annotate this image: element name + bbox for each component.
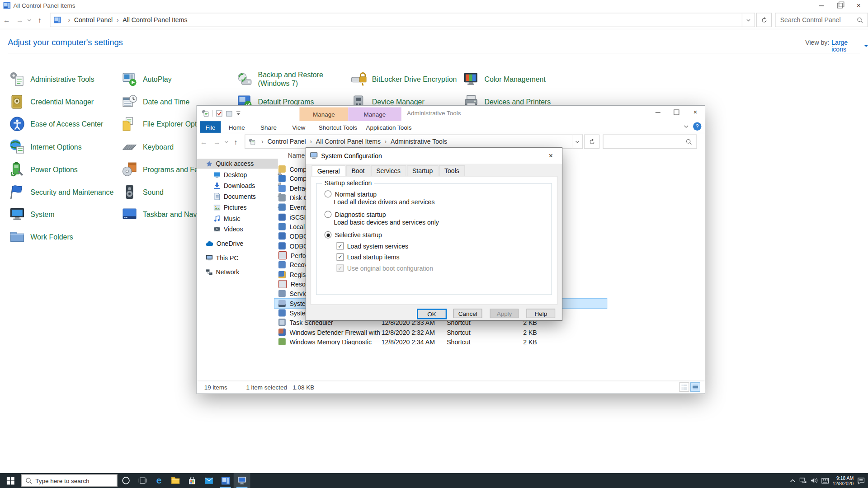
breadcrumb-all-items[interactable]: All Control Panel Items [316, 138, 381, 145]
breadcrumb-chevron[interactable]: › [68, 16, 70, 24]
network-icon[interactable] [799, 478, 807, 483]
radio-diagnostic-startup[interactable]: Diagnostic startup [325, 211, 386, 218]
cp-item-credential-manager[interactable]: Credential Manager [9, 94, 94, 110]
system-configuration-taskbar-button[interactable] [234, 473, 250, 488]
checkbox-checked-icon[interactable]: ✓ [336, 253, 344, 261]
store-button[interactable] [184, 473, 201, 488]
tab-view[interactable]: View [284, 121, 313, 133]
nav-onedrive[interactable]: OneDrive [197, 239, 278, 249]
help-icon[interactable]: ? [693, 122, 701, 131]
cp-item-security-maintenance[interactable]: Security and Maintenance [9, 184, 114, 201]
tab-boot[interactable]: Boot [346, 165, 370, 176]
up-button[interactable]: ↑ [229, 137, 242, 145]
refresh-button[interactable] [756, 13, 772, 27]
minimize-button[interactable] [648, 106, 667, 119]
mail-button[interactable] [200, 473, 217, 488]
close-button[interactable]: × [849, 0, 868, 11]
manage-tab-shortcut[interactable]: Manage [299, 108, 348, 122]
maximize-button[interactable] [667, 106, 686, 119]
new-folder-icon[interactable] [226, 110, 233, 117]
tab-share[interactable]: Share [253, 121, 284, 133]
explorer-search-box[interactable] [603, 135, 697, 149]
breadcrumb-admin-tools[interactable]: Administrative Tools [391, 138, 447, 145]
expand-ribbon-chevron[interactable] [684, 125, 689, 128]
taskbar-search-box[interactable]: Type here to search [21, 474, 118, 487]
manage-tab-application[interactable]: Manage [348, 108, 401, 122]
tab-services[interactable]: Services [371, 165, 406, 176]
list-view-button[interactable] [679, 382, 689, 392]
input-indicator-icon[interactable] [821, 478, 829, 483]
close-button[interactable]: × [686, 106, 705, 119]
file-explorer-button[interactable] [167, 473, 184, 488]
file-row[interactable]: Windows Defender Firewall with Advanc...… [274, 328, 607, 337]
ok-button[interactable]: OK [417, 309, 447, 319]
restore-button[interactable] [830, 0, 849, 11]
close-icon[interactable]: × [540, 148, 562, 164]
properties-icon[interactable] [216, 110, 223, 117]
up-button[interactable]: ↑ [32, 16, 47, 24]
tab-home[interactable]: Home [221, 121, 253, 133]
breadcrumb-chevron[interactable]: › [310, 138, 312, 145]
radio-icon-selected[interactable] [325, 231, 332, 239]
breadcrumb-all-items[interactable]: All Control Panel Items [123, 17, 187, 23]
minimize-button[interactable] [811, 0, 830, 11]
view-by-selector[interactable]: Large icons [831, 39, 868, 52]
cp-item-sound[interactable]: Sound [121, 184, 164, 201]
tab-tools[interactable]: Tools [439, 165, 465, 176]
cp-item-keyboard[interactable]: Keyboard [121, 138, 174, 155]
hidden-icons-chevron[interactable] [790, 479, 796, 483]
cp-item-date-time[interactable]: Date and Time [121, 94, 189, 110]
cancel-button[interactable]: Cancel [453, 309, 482, 318]
tab-startup[interactable]: Startup [407, 165, 439, 176]
address-dropdown-button[interactable] [743, 13, 755, 27]
nav-this-pc[interactable]: This PC [197, 253, 278, 263]
back-button[interactable]: ← [197, 137, 210, 145]
checkbox-load-startup-items[interactable]: ✓ Load startup items [336, 253, 399, 261]
tab-shortcut-tools[interactable]: Shortcut Tools [314, 121, 363, 133]
breadcrumb-chevron[interactable]: › [261, 138, 264, 145]
cp-item-color-management[interactable]: Color Management [463, 71, 546, 88]
explorer-address-bar[interactable]: › Control Panel › All Control Panel Item… [245, 135, 572, 149]
breadcrumb-chevron[interactable]: › [117, 16, 119, 24]
customize-qat-chevron[interactable] [236, 111, 241, 116]
radio-icon[interactable] [325, 190, 332, 197]
volume-icon[interactable] [811, 478, 818, 483]
address-bar[interactable]: › Control Panel › All Control Panel Item… [50, 13, 743, 27]
tab-file[interactable]: File [200, 121, 221, 133]
control-panel-taskbar-button[interactable] [217, 473, 234, 488]
edge-button[interactable]: e [151, 473, 167, 488]
cp-item-internet-options[interactable]: Internet Options [9, 138, 82, 155]
start-button[interactable] [0, 473, 21, 488]
cortana-button[interactable] [118, 473, 134, 488]
forward-button[interactable]: → [210, 137, 223, 145]
help-button[interactable]: Help [526, 309, 555, 318]
cp-item-work-folders[interactable]: Work Folders [9, 229, 73, 245]
back-button[interactable]: ← [0, 16, 13, 24]
cp-item-administrative-tools[interactable]: Administrative Tools [9, 71, 94, 88]
radio-icon[interactable] [325, 211, 332, 218]
radio-normal-startup[interactable]: Normal startup [325, 190, 377, 197]
breadcrumb-control-panel[interactable]: Control Panel [267, 138, 306, 145]
checkbox-load-system-services[interactable]: ✓ Load system services [336, 242, 408, 249]
column-header-name[interactable]: Name [288, 152, 305, 159]
radio-selective-startup[interactable]: Selective startup [325, 231, 382, 239]
task-view-button[interactable] [134, 473, 151, 488]
cp-item-bitlocker[interactable]: BitLocker Drive Encryption [350, 71, 457, 88]
address-dropdown-button[interactable] [572, 135, 583, 149]
taskbar-clock[interactable]: 9:18 AM 12/8/2020 [833, 475, 854, 486]
checkbox-checked-icon[interactable]: ✓ [336, 242, 344, 249]
tab-general[interactable]: General [311, 165, 345, 176]
details-view-button[interactable] [690, 382, 700, 392]
nav-network[interactable]: Network [197, 267, 278, 277]
cp-item-system[interactable]: System [9, 206, 55, 223]
cp-item-power-options[interactable]: Power Options [9, 161, 78, 178]
forward-button[interactable]: → [13, 16, 26, 24]
recent-locations-chevron[interactable] [224, 140, 229, 143]
cp-item-backup-restore[interactable]: Backup and Restore (Windows 7) [236, 71, 331, 88]
recent-locations-chevron[interactable] [27, 19, 32, 21]
file-row[interactable]: Windows Memory Diagnostic12/8/2020 2:34 … [274, 337, 607, 347]
tab-application-tools[interactable]: Application Tools [362, 121, 415, 133]
cp-item-ease-of-access[interactable]: Ease of Access Center [9, 116, 104, 132]
cp-item-autoplay[interactable]: AutoPlay [121, 71, 171, 88]
nav-quick-access[interactable]: Quick access [197, 159, 278, 169]
